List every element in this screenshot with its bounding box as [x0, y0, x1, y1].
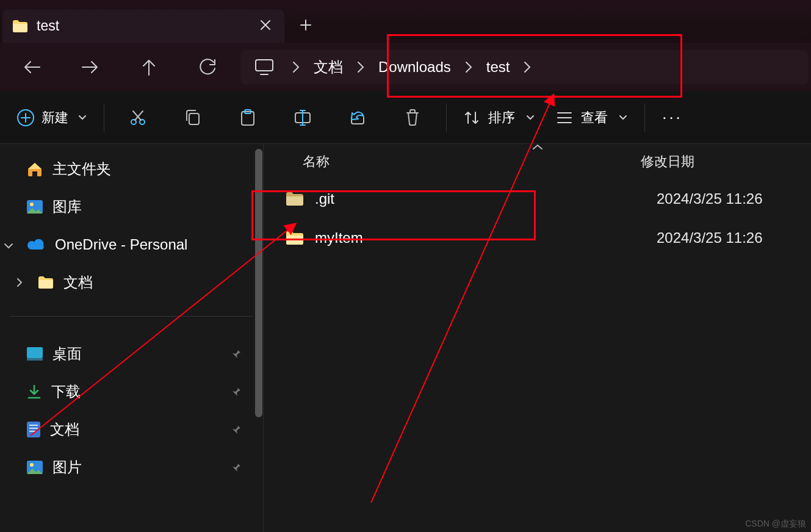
sidebar-item-pictures[interactable]: 图片 — [0, 448, 263, 486]
document-icon — [27, 422, 40, 437]
svg-rect-9 — [27, 347, 43, 358]
sidebar-home-label: 主文件夹 — [52, 159, 111, 179]
svg-rect-11 — [27, 422, 40, 437]
sidebar-pictures-label: 图片 — [52, 458, 82, 477]
sidebar-scrollbar[interactable] — [254, 144, 263, 532]
sidebar-gallery-label: 图库 — [52, 197, 82, 217]
chevron-right-icon — [350, 61, 371, 73]
column-date[interactable]: 修改日期 — [638, 153, 811, 171]
watermark: CSDN @虚妄狼 — [745, 519, 806, 530]
file-name: myItem — [315, 229, 657, 246]
chevron-down-icon — [526, 112, 535, 123]
view-button[interactable]: 查看 — [546, 99, 638, 136]
divider — [10, 316, 253, 317]
desktop-icon — [27, 347, 43, 361]
sidebar-item-documents[interactable]: 文档 — [0, 411, 263, 448]
forward-button[interactable] — [61, 49, 120, 85]
svg-rect-14 — [29, 431, 35, 432]
file-row-myitem[interactable]: myItem 2024/3/25 11:26 — [264, 218, 811, 257]
svg-rect-3 — [189, 113, 199, 124]
collapse-arrow-icon[interactable] — [532, 142, 543, 153]
view-icon — [557, 111, 572, 124]
back-button[interactable] — [2, 49, 61, 85]
close-tab-button[interactable] — [256, 15, 275, 38]
svg-point-16 — [30, 463, 34, 467]
pin-icon — [230, 345, 241, 362]
new-tab-button[interactable] — [290, 10, 321, 40]
file-row-git[interactable]: .git 2024/3/25 11:26 — [264, 179, 811, 218]
paste-button[interactable] — [220, 99, 275, 136]
chevron-right-icon — [458, 61, 479, 73]
gallery-icon — [27, 200, 43, 214]
sidebar-item-gallery[interactable]: 图库 — [0, 188, 263, 226]
up-button[interactable] — [120, 49, 178, 85]
file-date: 2024/3/25 11:26 — [657, 190, 811, 207]
pin-icon — [230, 459, 241, 476]
download-icon — [27, 384, 41, 399]
more-button[interactable]: ··· — [651, 108, 694, 127]
sort-label: 排序 — [488, 109, 515, 127]
folder-icon — [286, 192, 304, 206]
new-button[interactable]: 新建 — [7, 102, 98, 133]
chevron-right-icon — [517, 61, 538, 73]
sidebar-onedrive-label: OneDrive - Personal — [55, 236, 187, 253]
svg-rect-0 — [256, 60, 273, 71]
sidebar: 主文件夹 图库 OneDrive - Personal 文档 — [0, 144, 264, 532]
folder-icon — [286, 231, 304, 245]
file-list: 名称 修改日期 .git 2024/3/25 11:26 myItem 2024… — [264, 144, 811, 532]
chevron-down-icon — [4, 236, 13, 253]
address-bar[interactable]: 文档 Downloads test — [240, 50, 809, 84]
onedrive-icon — [27, 239, 45, 251]
cut-button[interactable] — [110, 99, 165, 136]
sort-icon — [464, 110, 480, 126]
chevron-down-icon — [78, 112, 87, 123]
sidebar-item-downloads[interactable]: 下载 — [0, 373, 263, 411]
pictures-icon — [27, 461, 43, 474]
sidebar-desktop-label: 桌面 — [52, 344, 82, 364]
svg-rect-13 — [29, 428, 38, 429]
home-icon — [27, 162, 43, 176]
divider — [644, 104, 645, 132]
sidebar-item-desktop[interactable]: 桌面 — [0, 335, 263, 373]
divider — [104, 104, 104, 132]
view-label: 查看 — [581, 109, 608, 127]
file-name: .git — [315, 190, 657, 207]
sidebar-item-home[interactable]: 主文件夹 — [0, 150, 263, 188]
tab-bar: test — [0, 0, 811, 43]
nav-row: 文档 Downloads test — [0, 43, 811, 92]
breadcrumb-item-0[interactable]: 文档 — [306, 57, 350, 77]
sidebar-onedrive-docs-label: 文档 — [63, 273, 93, 292]
tab-test[interactable]: test — [2, 9, 284, 43]
sidebar-item-onedrive-docs[interactable]: 文档 — [0, 264, 263, 301]
share-button[interactable] — [330, 99, 385, 136]
sort-button[interactable]: 排序 — [453, 99, 546, 136]
this-pc-icon — [240, 59, 286, 75]
file-date: 2024/3/25 11:26 — [657, 229, 811, 246]
column-name[interactable]: 名称 — [264, 153, 638, 171]
svg-rect-10 — [27, 358, 43, 361]
sidebar-documents-label: 文档 — [50, 420, 79, 439]
breadcrumb-item-1[interactable]: Downloads — [371, 59, 458, 76]
toolbar: 新建 排序 查看 · — [0, 92, 811, 144]
pin-icon — [230, 383, 241, 400]
divider — [446, 104, 447, 132]
chevron-down-icon — [619, 112, 627, 123]
svg-rect-12 — [29, 425, 38, 426]
sidebar-downloads-label: 下载 — [51, 382, 81, 401]
scrollbar-thumb[interactable] — [255, 149, 262, 417]
refresh-button[interactable] — [178, 49, 237, 85]
plus-circle-icon — [17, 109, 34, 126]
pin-icon — [230, 421, 241, 438]
svg-point-8 — [30, 203, 34, 206]
sidebar-item-onedrive[interactable]: OneDrive - Personal — [0, 226, 263, 264]
rename-button[interactable] — [275, 99, 330, 136]
folder-icon — [12, 20, 28, 33]
chevron-right-icon — [16, 274, 23, 291]
new-label: 新建 — [41, 109, 68, 127]
delete-button[interactable] — [385, 99, 440, 136]
tab-title: test — [37, 18, 59, 34]
breadcrumb-item-2[interactable]: test — [479, 59, 517, 76]
chevron-right-icon — [286, 61, 306, 73]
copy-button[interactable] — [165, 99, 220, 136]
folder-icon — [38, 276, 54, 289]
